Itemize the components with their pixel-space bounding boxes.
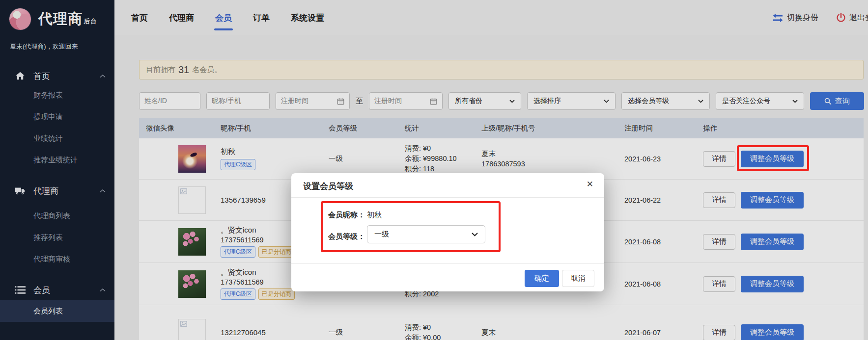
cancel-button[interactable]: 取消 xyxy=(562,270,594,287)
modal-level-select[interactable]: 一级 xyxy=(367,225,485,243)
member-nick-label: 会员昵称： xyxy=(328,210,365,220)
modal-divider xyxy=(291,197,604,198)
modal-title: 设置会员等级 xyxy=(303,181,353,192)
chevron-down-icon xyxy=(472,233,478,236)
set-member-level-modal: 设置会员等级 ✕ 会员昵称： 初秋 会员等级： 一级 确定 取消 xyxy=(291,173,604,291)
member-nick-value: 初秋 xyxy=(367,210,382,220)
confirm-button[interactable]: 确定 xyxy=(525,270,559,287)
member-level-label: 会员等级： xyxy=(328,232,365,241)
modal-footer-divider xyxy=(291,263,604,264)
close-icon[interactable]: ✕ xyxy=(587,179,593,189)
